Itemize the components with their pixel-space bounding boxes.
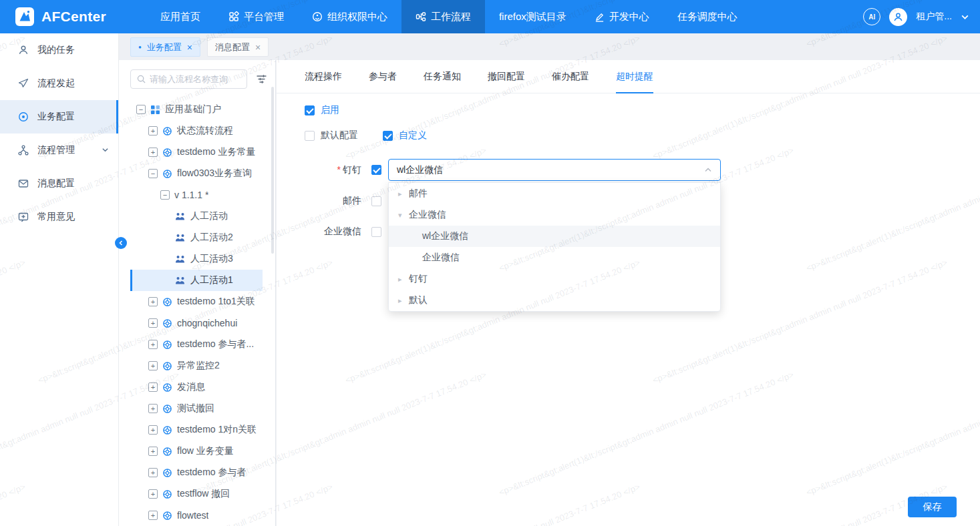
tree-node-activity[interactable]: 人工活动2 [130,227,263,248]
tree-node[interactable]: + 测试撤回 [130,398,263,419]
mail-checkbox[interactable] [371,196,381,206]
config-tabs: 流程操作 参与者 任务通知 撤回配置 催办配置 超时提醒 [277,60,980,93]
dropdown-group-default[interactable]: ▸ 默认 [389,290,720,311]
tab-withdraw-config[interactable]: 撤回配置 [488,60,525,93]
default-config-checkbox[interactable] [305,131,315,141]
dropdown-group-mail[interactable]: ▸ 邮件 [389,183,720,204]
nav-item-task-scheduler-center[interactable]: 任务调度中心 [663,0,752,33]
collapse-node-icon[interactable]: − [148,169,158,178]
sidebar-item-process-initiate[interactable]: 流程发起 [0,67,118,100]
dropdown-group-label: 企业微信 [409,209,446,221]
collapse-node-icon[interactable]: − [160,190,170,200]
tree-node[interactable]: + 状态流转流程 [130,120,263,142]
tree-node-label: testdemo 1to1关联 [177,296,255,308]
tree-node[interactable]: + testdemo 参与者 [130,462,263,483]
sidebar-item-my-tasks[interactable]: 我的任务 [0,33,118,67]
expand-node-icon[interactable]: + [148,148,158,157]
tab-label: 超时提醒 [616,71,653,83]
expand-node-icon[interactable]: + [148,425,158,435]
sidebar-item-common-opinions[interactable]: 常用意见 [0,200,118,234]
tab-process-operation[interactable]: 流程操作 [305,60,342,93]
dropdown-option-wl-wechat[interactable]: wl企业微信 [389,226,720,247]
tree-node[interactable]: + testdemo 参与者... [130,334,263,355]
tree-scrollbar[interactable] [271,87,274,254]
config-main-panel: 流程操作 参与者 任务通知 撤回配置 催办配置 超时提醒 启用 默认配置 自定义… [277,60,980,526]
nav-item-label: 工作流程 [431,11,471,23]
tree-node-activity-selected[interactable]: 人工活动1 [130,270,263,291]
expand-node-icon[interactable]: + [148,340,158,349]
tab-label: 撤回配置 [488,71,525,83]
close-icon[interactable]: × [187,43,192,52]
expand-node-icon[interactable]: + [148,361,158,370]
expand-node-icon[interactable]: + [148,404,158,413]
tree-node-activity[interactable]: 人工活动3 [130,248,263,270]
nav-item-workflow[interactable]: 工作流程 [401,0,485,33]
tree-node[interactable]: + testdemo 1to1关联 [130,291,263,312]
process-icon [162,318,172,328]
nav-item-label: firefox测试目录 [499,11,566,23]
tab-participants[interactable]: 参与者 [369,60,397,93]
sidebar-item-process-mgmt[interactable]: 流程管理 [0,134,118,167]
tab-task-notification[interactable]: 任务通知 [424,60,461,93]
tenant-user-name[interactable]: 租户管... [916,11,952,23]
collapse-node-icon[interactable]: − [136,105,146,114]
dingtalk-channel-select[interactable]: wl企业微信 [388,159,721,181]
page-tab-business-config[interactable]: ● 业务配置 × [130,37,200,57]
nav-item-platform-mgmt[interactable]: 平台管理 [214,0,298,33]
wechat-checkbox[interactable] [371,227,381,237]
custom-checkbox[interactable] [383,131,393,141]
expand-node-icon[interactable]: + [148,489,158,499]
wechat-field-row: 企业微信 [277,222,381,242]
nav-item-label: 平台管理 [244,11,284,23]
save-button[interactable]: 保存 [908,497,957,517]
process-icon [162,447,172,457]
tree-node-root[interactable]: − 应用基础门户 [130,99,263,120]
afcenter-logo[interactable]: AFCenter [0,7,121,27]
tree-node[interactable]: + testdemo 1对n关联 [130,419,263,441]
expand-node-icon[interactable]: + [148,382,158,392]
tree-node[interactable]: + testdemo 业务常量 [130,142,263,163]
dropdown-group-dingtalk[interactable]: ▸ 钉钉 [389,268,720,290]
tree-node[interactable]: + 异常监控2 [130,355,263,376]
page-tab-message-config[interactable]: 消息配置 × [207,37,269,57]
tree-node[interactable]: + flow 业务变量 [130,441,263,462]
expand-node-icon[interactable]: + [148,126,158,136]
expand-node-icon[interactable]: + [148,318,158,328]
chevron-down-icon[interactable] [961,13,969,21]
dingtalk-checkbox[interactable] [371,165,381,175]
enable-checkbox[interactable] [305,105,315,115]
sidebar-item-label: 流程管理 [37,144,75,156]
tab-timeout-reminder[interactable]: 超时提醒 [616,60,653,93]
tree-node[interactable]: + flowtest [130,505,263,526]
expand-node-icon[interactable]: + [148,468,158,477]
nav-item-app-home[interactable]: 应用首页 [146,0,214,33]
close-icon[interactable]: × [255,43,261,52]
mail-field-label: 邮件 [277,195,361,207]
expand-node-icon[interactable]: + [148,447,158,456]
expand-node-icon[interactable]: + [148,511,158,520]
process-icon [162,148,172,158]
nav-item-org-permission-center[interactable]: 组织权限中心 [298,0,401,33]
dropdown-option-wechat[interactable]: 企业微信 [389,247,720,268]
sidebar-item-business-config[interactable]: 业务配置 [0,100,118,134]
ai-assistant-icon[interactable]: AI [863,8,880,25]
tree-node[interactable]: + 发消息 [130,376,263,398]
process-icon [162,169,172,179]
dropdown-group-wechat[interactable]: ▾ 企业微信 [389,204,720,226]
sidebar-collapse-button[interactable] [115,237,127,249]
chevron-down-icon[interactable] [102,145,109,156]
tree-node-version[interactable]: − v 1.1.1 * [130,184,263,206]
filter-icon[interactable] [256,74,267,84]
sidebar-item-message-config[interactable]: 消息配置 [0,167,118,200]
tree-node[interactable]: + chognqichehui [130,312,263,334]
search-input[interactable] [150,74,240,84]
expand-node-icon[interactable]: + [148,297,158,306]
tree-node-activity[interactable]: 人工活动 [130,206,263,227]
avatar[interactable] [889,8,907,26]
nav-item-dev-center[interactable]: 开发中心 [581,0,663,33]
tree-node[interactable]: − flow0303业务查询 [130,163,263,184]
tree-node[interactable]: + testflow 撤回 [130,483,263,505]
tree-node-label: v 1.1.1 * [174,190,208,200]
tab-urge-config[interactable]: 催办配置 [552,60,589,93]
nav-item-firefox-test-dir[interactable]: firefox测试目录 [485,0,581,33]
